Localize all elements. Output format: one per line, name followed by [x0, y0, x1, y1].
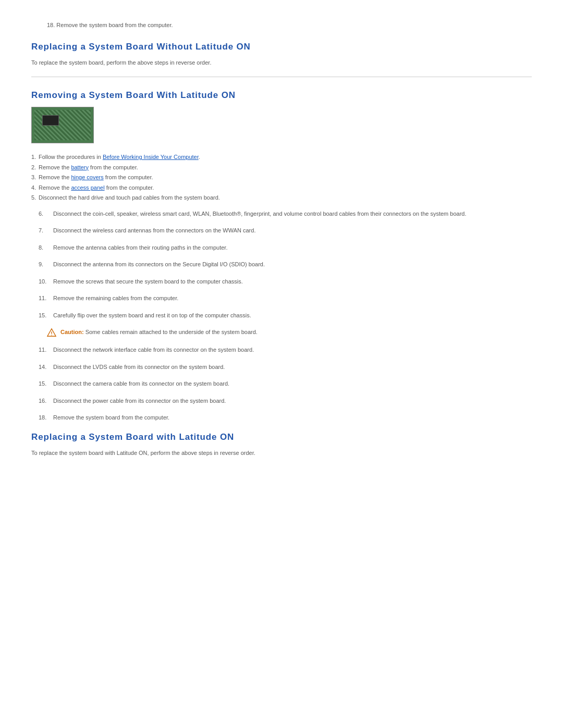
hinge-covers-link[interactable]: hinge covers [71, 174, 103, 180]
step-11a: 11. Remove the remaining cables from the… [31, 294, 532, 303]
step-6-num: 6. [39, 209, 50, 218]
steps-list: Follow the procedures in Before Working … [31, 153, 532, 202]
caution-text: Caution: Some cables remain attached to … [60, 328, 258, 337]
step-15-text: Carefully flip over the system board and… [53, 311, 251, 320]
step-18: 18. Remove the system board from the com… [31, 413, 532, 422]
section3-description: To replace the system board with Latitud… [31, 449, 532, 458]
section2-title: Removing a System Board With Latitude ON [31, 89, 532, 102]
step-11a-text: Remove the remaining cables from the com… [53, 294, 178, 303]
step-15b: 15. Disconnect the camera cable from its… [31, 379, 532, 388]
list-item: Remove the access panel from the compute… [31, 183, 532, 192]
caution-detail: Some cables remain attached to the under… [84, 329, 258, 335]
caution-block: Caution: Some cables remain attached to … [31, 328, 532, 337]
step-14: 14. Disconnect the LVDS cable from its c… [31, 363, 532, 372]
step-10: 10. Remove the screws that secure the sy… [31, 277, 532, 286]
intro-step: 18. Remove the system board from the com… [31, 21, 532, 30]
step-14-num: 14. [39, 363, 50, 372]
step-14-text: Disconnect the LVDS cable from its conne… [53, 363, 225, 372]
step-9-text: Disconnect the antenna from its connecto… [53, 260, 265, 269]
step-11b-num: 11. [39, 346, 50, 354]
step-15b-num: 15. [39, 379, 50, 388]
step-10-num: 10. [39, 277, 50, 286]
step-8-num: 8. [39, 243, 50, 252]
step-11a-num: 11. [39, 294, 50, 303]
step-6: 6. Disconnect the coin-cell, speaker, wi… [31, 209, 532, 218]
step-9-num: 9. [39, 260, 50, 269]
step-16: 16. Disconnect the power cable from its … [31, 397, 532, 405]
svg-point-2 [51, 335, 52, 335]
access-panel-link[interactable]: access panel [71, 184, 104, 191]
step-15b-text: Disconnect the camera cable from its con… [53, 379, 229, 388]
step-8: 8. Remove the antenna cables from their … [31, 243, 532, 252]
list-item: Remove the hinge covers from the compute… [31, 173, 532, 182]
step-16-num: 16. [39, 397, 50, 405]
product-image [31, 107, 94, 143]
section1-title: Replacing a System Board Without Latitud… [31, 40, 532, 54]
step-7-num: 7. [39, 226, 50, 235]
caution-icon [47, 328, 56, 337]
section-divider [31, 77, 532, 77]
step-6-text: Disconnect the coin-cell, speaker, wirel… [53, 209, 467, 218]
step-11b: 11. Disconnect the network interface cab… [31, 346, 532, 354]
section1-description: To replace the system board, perform the… [31, 58, 532, 67]
step-16-text: Disconnect the power cable from its conn… [53, 397, 226, 405]
step-9: 9. Disconnect the antenna from its conne… [31, 260, 532, 269]
step-18-num: 18. [39, 413, 50, 422]
step-18-text: Remove the system board from the compute… [53, 413, 169, 422]
caution-label: Caution: [60, 329, 84, 335]
step-15: 15. Carefully flip over the system board… [31, 311, 532, 320]
list-item: Remove the battery from the computer. [31, 163, 532, 172]
step-10-text: Remove the screws that secure the system… [53, 277, 243, 286]
step-7-text: Disconnect the wireless card antennas fr… [53, 226, 255, 235]
step-15-num: 15. [39, 311, 50, 320]
before-working-link[interactable]: Before Working Inside Your Computer [103, 154, 199, 160]
step-7: 7. Disconnect the wireless card antennas… [31, 226, 532, 235]
battery-link[interactable]: battery [71, 164, 89, 170]
list-item: Follow the procedures in Before Working … [31, 153, 532, 162]
step-11b-text: Disconnect the network interface cable f… [53, 346, 254, 354]
list-item: Disconnect the hard drive and touch pad … [31, 193, 532, 202]
section3-title: Replacing a System Board with Latitude O… [31, 430, 532, 444]
step-8-text: Remove the antenna cables from their rou… [53, 243, 227, 252]
